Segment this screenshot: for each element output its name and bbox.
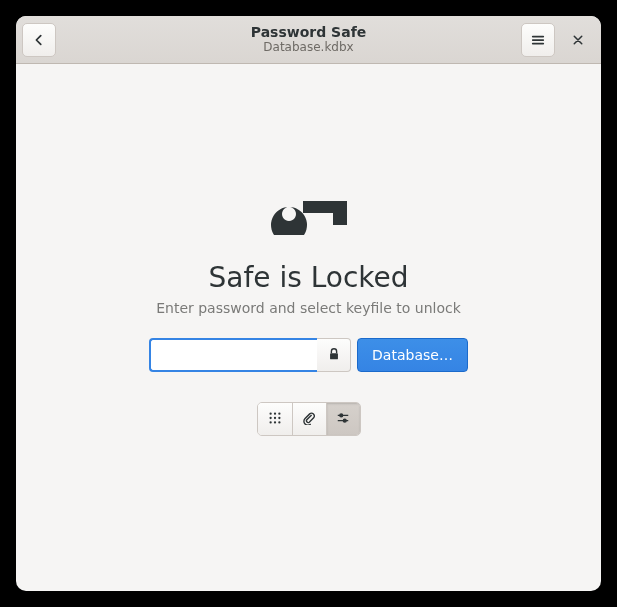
lock-icon: [327, 346, 341, 365]
keyfile-button[interactable]: Database…: [357, 338, 468, 372]
headerbar: Password Safe Database.kdbx: [16, 16, 601, 64]
window-subtitle: Database.kdbx: [16, 41, 601, 54]
svg-point-6: [269, 416, 271, 418]
app-window: Password Safe Database.kdbx: [16, 16, 601, 591]
password-group: [149, 338, 351, 372]
window-title: Password Safe: [16, 25, 601, 40]
close-button[interactable]: [561, 23, 595, 57]
svg-point-10: [273, 421, 275, 423]
svg-point-4: [273, 412, 275, 414]
back-icon: [32, 33, 46, 47]
svg-rect-2: [330, 353, 338, 359]
svg-point-7: [273, 416, 275, 418]
headerbar-title-group: Password Safe Database.kdbx: [16, 25, 601, 54]
option-attachment[interactable]: [292, 403, 326, 435]
svg-point-9: [269, 421, 271, 423]
back-button[interactable]: [22, 23, 56, 57]
key-icon: [261, 179, 357, 239]
option-composite[interactable]: [326, 403, 360, 435]
attachment-icon: [302, 411, 316, 428]
password-input[interactable]: [149, 338, 317, 372]
main-content: Safe is Locked Enter password and select…: [16, 64, 601, 591]
svg-point-5: [278, 412, 280, 414]
unlock-row: Database…: [149, 338, 468, 372]
lock-subheading: Enter password and select keyfile to unl…: [156, 300, 461, 316]
option-keypad[interactable]: [258, 403, 292, 435]
svg-point-13: [340, 413, 343, 416]
svg-point-11: [278, 421, 280, 423]
svg-point-8: [278, 416, 280, 418]
headerbar-left: [22, 23, 56, 57]
sliders-icon: [336, 411, 350, 428]
headerbar-right: [521, 23, 595, 57]
svg-point-3: [269, 412, 271, 414]
svg-point-15: [343, 419, 346, 422]
password-visibility-toggle[interactable]: [317, 338, 351, 372]
keypad-icon: [268, 411, 282, 428]
hamburger-icon: [531, 33, 545, 47]
keyfile-button-label: Database…: [372, 347, 453, 363]
lock-heading: Safe is Locked: [208, 261, 408, 294]
svg-rect-1: [333, 211, 347, 225]
unlock-options: [257, 402, 361, 436]
menu-button[interactable]: [521, 23, 555, 57]
close-icon: [572, 34, 584, 46]
